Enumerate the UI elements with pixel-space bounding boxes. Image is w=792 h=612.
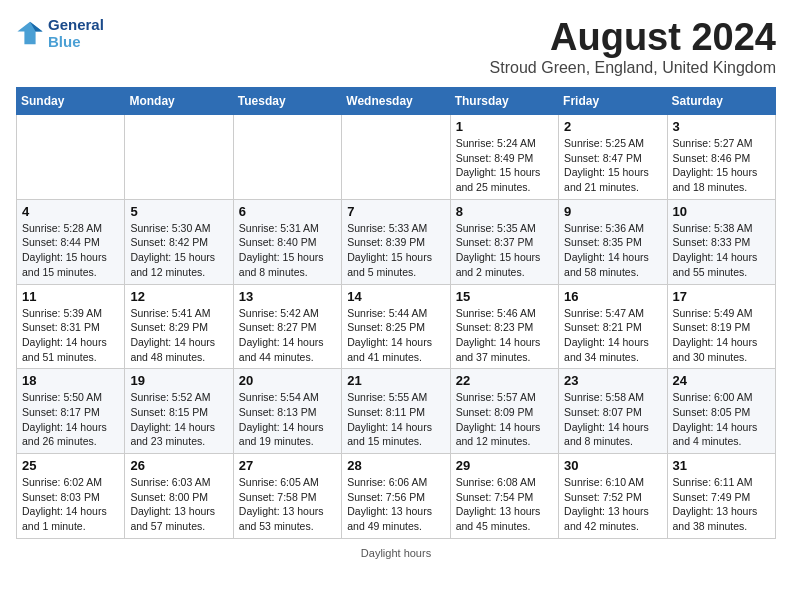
calendar-cell: 28Sunrise: 6:06 AM Sunset: 7:56 PM Dayli… xyxy=(342,454,450,539)
day-info: Sunrise: 5:33 AM Sunset: 8:39 PM Dayligh… xyxy=(347,221,444,280)
calendar-cell: 15Sunrise: 5:46 AM Sunset: 8:23 PM Dayli… xyxy=(450,284,558,369)
calendar-cell: 20Sunrise: 5:54 AM Sunset: 8:13 PM Dayli… xyxy=(233,369,341,454)
day-number: 23 xyxy=(564,373,661,388)
day-info: Sunrise: 5:28 AM Sunset: 8:44 PM Dayligh… xyxy=(22,221,119,280)
day-info: Sunrise: 5:54 AM Sunset: 8:13 PM Dayligh… xyxy=(239,390,336,449)
day-info: Sunrise: 5:55 AM Sunset: 8:11 PM Dayligh… xyxy=(347,390,444,449)
calendar-cell: 23Sunrise: 5:58 AM Sunset: 8:07 PM Dayli… xyxy=(559,369,667,454)
calendar-cell xyxy=(233,115,341,200)
calendar-cell: 5Sunrise: 5:30 AM Sunset: 8:42 PM Daylig… xyxy=(125,199,233,284)
day-number: 14 xyxy=(347,289,444,304)
day-number: 18 xyxy=(22,373,119,388)
day-info: Sunrise: 5:24 AM Sunset: 8:49 PM Dayligh… xyxy=(456,136,553,195)
month-title: August 2024 xyxy=(490,16,776,59)
day-info: Sunrise: 6:02 AM Sunset: 8:03 PM Dayligh… xyxy=(22,475,119,534)
day-number: 15 xyxy=(456,289,553,304)
day-info: Sunrise: 6:08 AM Sunset: 7:54 PM Dayligh… xyxy=(456,475,553,534)
week-row-4: 18Sunrise: 5:50 AM Sunset: 8:17 PM Dayli… xyxy=(17,369,776,454)
day-info: Sunrise: 5:36 AM Sunset: 8:35 PM Dayligh… xyxy=(564,221,661,280)
day-number: 6 xyxy=(239,204,336,219)
calendar-cell: 21Sunrise: 5:55 AM Sunset: 8:11 PM Dayli… xyxy=(342,369,450,454)
column-header-monday: Monday xyxy=(125,88,233,115)
calendar-cell: 19Sunrise: 5:52 AM Sunset: 8:15 PM Dayli… xyxy=(125,369,233,454)
day-info: Sunrise: 5:31 AM Sunset: 8:40 PM Dayligh… xyxy=(239,221,336,280)
day-info: Sunrise: 6:00 AM Sunset: 8:05 PM Dayligh… xyxy=(673,390,770,449)
day-info: Sunrise: 6:06 AM Sunset: 7:56 PM Dayligh… xyxy=(347,475,444,534)
calendar-cell xyxy=(125,115,233,200)
calendar-cell: 26Sunrise: 6:03 AM Sunset: 8:00 PM Dayli… xyxy=(125,454,233,539)
day-number: 2 xyxy=(564,119,661,134)
day-number: 16 xyxy=(564,289,661,304)
calendar-cell: 24Sunrise: 6:00 AM Sunset: 8:05 PM Dayli… xyxy=(667,369,775,454)
day-info: Sunrise: 5:44 AM Sunset: 8:25 PM Dayligh… xyxy=(347,306,444,365)
calendar-cell: 12Sunrise: 5:41 AM Sunset: 8:29 PM Dayli… xyxy=(125,284,233,369)
day-number: 25 xyxy=(22,458,119,473)
footer-note: Daylight hours xyxy=(16,547,776,559)
column-header-friday: Friday xyxy=(559,88,667,115)
calendar-cell: 29Sunrise: 6:08 AM Sunset: 7:54 PM Dayli… xyxy=(450,454,558,539)
day-number: 24 xyxy=(673,373,770,388)
day-info: Sunrise: 5:58 AM Sunset: 8:07 PM Dayligh… xyxy=(564,390,661,449)
day-number: 30 xyxy=(564,458,661,473)
day-info: Sunrise: 5:35 AM Sunset: 8:37 PM Dayligh… xyxy=(456,221,553,280)
day-info: Sunrise: 5:38 AM Sunset: 8:33 PM Dayligh… xyxy=(673,221,770,280)
calendar-cell: 22Sunrise: 5:57 AM Sunset: 8:09 PM Dayli… xyxy=(450,369,558,454)
week-row-2: 4Sunrise: 5:28 AM Sunset: 8:44 PM Daylig… xyxy=(17,199,776,284)
logo-text-line2: Blue xyxy=(48,33,104,50)
day-number: 31 xyxy=(673,458,770,473)
title-section: August 2024 Stroud Green, England, Unite… xyxy=(490,16,776,77)
calendar-cell: 16Sunrise: 5:47 AM Sunset: 8:21 PM Dayli… xyxy=(559,284,667,369)
day-number: 17 xyxy=(673,289,770,304)
day-info: Sunrise: 5:47 AM Sunset: 8:21 PM Dayligh… xyxy=(564,306,661,365)
day-number: 4 xyxy=(22,204,119,219)
day-number: 20 xyxy=(239,373,336,388)
day-info: Sunrise: 5:57 AM Sunset: 8:09 PM Dayligh… xyxy=(456,390,553,449)
calendar-cell: 25Sunrise: 6:02 AM Sunset: 8:03 PM Dayli… xyxy=(17,454,125,539)
logo: General Blue xyxy=(16,16,104,51)
calendar-cell: 8Sunrise: 5:35 AM Sunset: 8:37 PM Daylig… xyxy=(450,199,558,284)
day-info: Sunrise: 5:49 AM Sunset: 8:19 PM Dayligh… xyxy=(673,306,770,365)
location: Stroud Green, England, United Kingdom xyxy=(490,59,776,77)
week-row-3: 11Sunrise: 5:39 AM Sunset: 8:31 PM Dayli… xyxy=(17,284,776,369)
day-number: 29 xyxy=(456,458,553,473)
day-number: 28 xyxy=(347,458,444,473)
day-info: Sunrise: 5:42 AM Sunset: 8:27 PM Dayligh… xyxy=(239,306,336,365)
day-number: 3 xyxy=(673,119,770,134)
calendar-cell: 6Sunrise: 5:31 AM Sunset: 8:40 PM Daylig… xyxy=(233,199,341,284)
day-number: 21 xyxy=(347,373,444,388)
day-info: Sunrise: 6:10 AM Sunset: 7:52 PM Dayligh… xyxy=(564,475,661,534)
calendar-table: SundayMondayTuesdayWednesdayThursdayFrid… xyxy=(16,87,776,539)
week-row-1: 1Sunrise: 5:24 AM Sunset: 8:49 PM Daylig… xyxy=(17,115,776,200)
calendar-cell: 1Sunrise: 5:24 AM Sunset: 8:49 PM Daylig… xyxy=(450,115,558,200)
calendar-cell: 17Sunrise: 5:49 AM Sunset: 8:19 PM Dayli… xyxy=(667,284,775,369)
calendar-cell: 9Sunrise: 5:36 AM Sunset: 8:35 PM Daylig… xyxy=(559,199,667,284)
day-info: Sunrise: 6:03 AM Sunset: 8:00 PM Dayligh… xyxy=(130,475,227,534)
day-info: Sunrise: 6:11 AM Sunset: 7:49 PM Dayligh… xyxy=(673,475,770,534)
day-number: 12 xyxy=(130,289,227,304)
day-info: Sunrise: 5:27 AM Sunset: 8:46 PM Dayligh… xyxy=(673,136,770,195)
day-number: 10 xyxy=(673,204,770,219)
day-number: 26 xyxy=(130,458,227,473)
calendar-cell: 4Sunrise: 5:28 AM Sunset: 8:44 PM Daylig… xyxy=(17,199,125,284)
calendar-cell: 10Sunrise: 5:38 AM Sunset: 8:33 PM Dayli… xyxy=(667,199,775,284)
day-number: 9 xyxy=(564,204,661,219)
day-number: 5 xyxy=(130,204,227,219)
day-info: Sunrise: 5:41 AM Sunset: 8:29 PM Dayligh… xyxy=(130,306,227,365)
calendar-cell: 31Sunrise: 6:11 AM Sunset: 7:49 PM Dayli… xyxy=(667,454,775,539)
calendar-cell xyxy=(17,115,125,200)
day-info: Sunrise: 5:52 AM Sunset: 8:15 PM Dayligh… xyxy=(130,390,227,449)
column-header-tuesday: Tuesday xyxy=(233,88,341,115)
page-header: General Blue August 2024 Stroud Green, E… xyxy=(16,16,776,77)
svg-marker-0 xyxy=(17,22,42,44)
column-header-sunday: Sunday xyxy=(17,88,125,115)
calendar-cell: 11Sunrise: 5:39 AM Sunset: 8:31 PM Dayli… xyxy=(17,284,125,369)
day-number: 13 xyxy=(239,289,336,304)
calendar-header-row: SundayMondayTuesdayWednesdayThursdayFrid… xyxy=(17,88,776,115)
day-info: Sunrise: 5:50 AM Sunset: 8:17 PM Dayligh… xyxy=(22,390,119,449)
day-number: 1 xyxy=(456,119,553,134)
day-number: 19 xyxy=(130,373,227,388)
day-number: 22 xyxy=(456,373,553,388)
calendar-cell: 3Sunrise: 5:27 AM Sunset: 8:46 PM Daylig… xyxy=(667,115,775,200)
week-row-5: 25Sunrise: 6:02 AM Sunset: 8:03 PM Dayli… xyxy=(17,454,776,539)
day-info: Sunrise: 5:25 AM Sunset: 8:47 PM Dayligh… xyxy=(564,136,661,195)
